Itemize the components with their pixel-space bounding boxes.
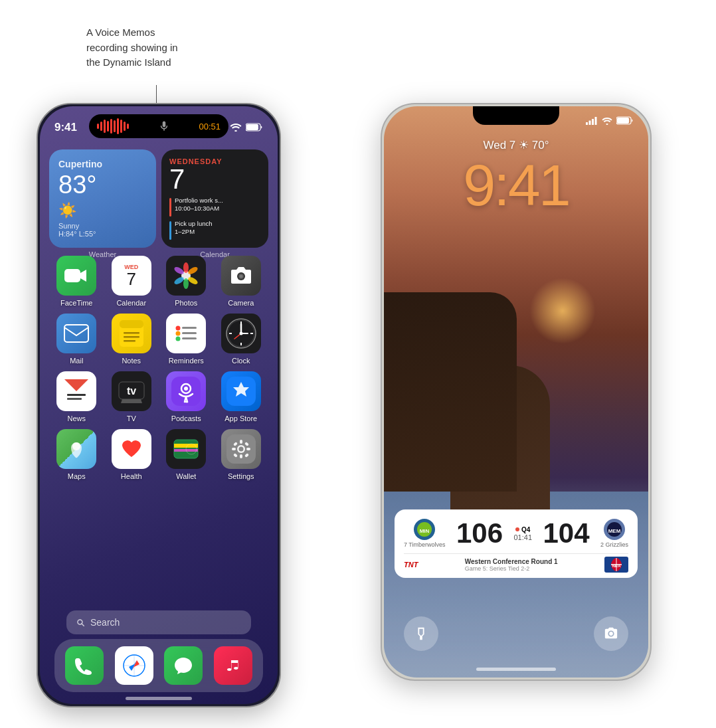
- svg-rect-22: [182, 332, 197, 334]
- weather-city: Cupertino: [58, 159, 147, 169]
- svg-text:tv: tv: [127, 385, 136, 397]
- nba-info: TNT Western Conference Round 1 Game 5: S…: [404, 557, 628, 573]
- weather-highlow: H:84° L:55°: [58, 230, 147, 238]
- svg-text:MEM: MEM: [608, 528, 621, 534]
- svg-rect-75: [617, 118, 629, 124]
- tnt-logo: TNT: [404, 561, 418, 569]
- battery-icon: [246, 123, 263, 132]
- app-photos[interactable]: Photos: [162, 256, 210, 307]
- app-podcasts[interactable]: Podcasts: [162, 371, 210, 422]
- svg-rect-15: [120, 320, 143, 328]
- svg-rect-16: [124, 332, 139, 334]
- app-tv[interactable]: tv TV: [108, 371, 155, 422]
- app-news[interactable]: News: [52, 371, 100, 422]
- team2-seed: 2 Grizzlies: [600, 541, 628, 548]
- svg-point-4: [183, 262, 189, 273]
- app-mail[interactable]: Mail: [52, 314, 100, 365]
- app-row-3: News tv TV: [49, 371, 268, 422]
- dock-music[interactable]: [214, 646, 252, 685]
- svg-rect-37: [67, 398, 82, 400]
- svg-point-23: [176, 337, 181, 341]
- app-clock[interactable]: Clock: [217, 314, 265, 365]
- news-icon: [56, 371, 96, 411]
- app-wallet[interactable]: Wallet: [162, 429, 210, 480]
- maps-icon: [56, 429, 96, 469]
- health-icon: [112, 429, 151, 469]
- app-appstore[interactable]: App Store: [217, 371, 265, 422]
- lock-time-text: 9:41: [463, 152, 569, 218]
- live-dot: [515, 527, 519, 531]
- search-placeholder: Search: [90, 617, 120, 628]
- dock-phone[interactable]: [65, 646, 104, 685]
- app-facetime[interactable]: FaceTime: [52, 256, 100, 307]
- nba-widget[interactable]: MIN 7 Timberwolves 106 Q4 01:41 104: [395, 509, 638, 578]
- reminders-icon: [166, 314, 206, 353]
- svg-rect-1: [246, 124, 258, 130]
- app-row-1: FaceTime WED 7 Calendar: [49, 256, 268, 307]
- svg-point-19: [176, 326, 181, 331]
- team1-score: 106: [456, 517, 503, 549]
- signal-icon: [586, 117, 598, 125]
- svg-point-42: [184, 387, 188, 391]
- app-camera[interactable]: Camera: [217, 256, 265, 307]
- wallet-icon-app: [166, 429, 206, 469]
- svg-rect-61: [246, 448, 250, 450]
- timberwolves-logo: MIN: [414, 519, 435, 540]
- appstore-icon: [221, 371, 261, 411]
- calendar-widget[interactable]: WEDNESDAY 7 Portfolio work s... 10:00–10…: [161, 149, 268, 248]
- app-health[interactable]: Health: [108, 429, 155, 480]
- svg-rect-73: [595, 117, 597, 125]
- app-settings[interactable]: Settings: [217, 429, 265, 480]
- lockscreen-bottom: [384, 616, 648, 651]
- weather-condition: Sunny: [58, 222, 147, 230]
- app-reminders[interactable]: Reminders: [162, 314, 210, 365]
- svg-rect-36: [67, 394, 86, 396]
- widgets-area: Cupertino 83° ☀️ Sunny H:84° L:55° Weath…: [49, 149, 268, 258]
- app-calendar[interactable]: WED 7 Calendar: [108, 256, 155, 307]
- dock-messages[interactable]: [164, 646, 203, 685]
- flashlight-button[interactable]: [404, 616, 438, 651]
- mail-icon: [56, 314, 96, 353]
- camera-label: Camera: [228, 299, 254, 307]
- news-label: News: [67, 414, 86, 422]
- reminders-label: Reminders: [169, 357, 204, 365]
- phone-volume-up[interactable]: [37, 277, 38, 330]
- wallet-label: Wallet: [176, 472, 196, 480]
- nba-logo: NBA: [604, 557, 628, 573]
- nba-quarter: Q4: [515, 526, 530, 533]
- dynamic-island[interactable]: 00:51: [89, 114, 228, 138]
- status-right-icons: [586, 116, 634, 125]
- photos-icon: [166, 256, 206, 296]
- camera-icon: [221, 256, 261, 296]
- app-maps[interactable]: Maps: [52, 429, 100, 480]
- calendar-app-label: Calendar: [116, 299, 146, 307]
- voice-waveform: [97, 118, 129, 134]
- podcasts-label: Podcasts: [171, 414, 201, 422]
- cal-event-2-time: 1–2PM: [175, 228, 213, 236]
- search-bar[interactable]: Search: [66, 610, 251, 634]
- svg-rect-60: [232, 448, 236, 450]
- camera-button[interactable]: [594, 616, 628, 651]
- nba-divider: [404, 553, 628, 554]
- weather-emoji: ☀️: [58, 202, 147, 219]
- phone-power-button[interactable]: [280, 270, 281, 343]
- app-row-2: Mail Notes: [49, 314, 268, 365]
- phone-volume-down[interactable]: [37, 343, 38, 397]
- nba-game-title: Western Conference Round 1: [465, 558, 558, 565]
- dock-safari[interactable]: [115, 646, 153, 685]
- svg-text:MIN: MIN: [420, 528, 430, 534]
- search-icon: [76, 618, 85, 627]
- svg-rect-2: [64, 269, 80, 282]
- app-notes[interactable]: Notes: [108, 314, 155, 365]
- clock-label: Clock: [232, 357, 250, 365]
- podcasts-icon: [166, 371, 206, 411]
- wifi-icon: [230, 123, 242, 132]
- tv-label: TV: [127, 414, 136, 422]
- weather-widget[interactable]: Cupertino 83° ☀️ Sunny H:84° L:55°: [49, 149, 156, 248]
- svg-point-7: [183, 278, 189, 289]
- phone-silent-switch[interactable]: [37, 224, 38, 264]
- weather-temp: 83°: [58, 171, 147, 199]
- clock-icon: [221, 314, 261, 353]
- lock-date-text: Wed 7 ☀ 70°: [484, 139, 549, 151]
- app-row-4: Maps Health: [49, 429, 268, 480]
